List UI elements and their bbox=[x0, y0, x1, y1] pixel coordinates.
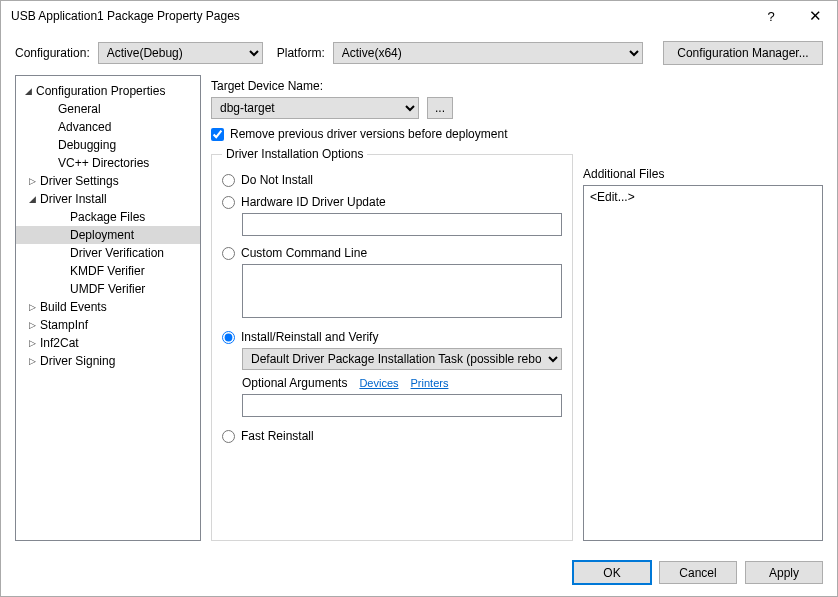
radio-cmdline-label: Custom Command Line bbox=[241, 246, 367, 260]
expander-icon[interactable]: ▷ bbox=[26, 176, 38, 186]
tree-item-label: UMDF Verifier bbox=[68, 282, 145, 296]
titlebar: USB Application1 Package Property Pages … bbox=[1, 1, 837, 31]
group-legend: Driver Installation Options bbox=[222, 147, 367, 161]
tree-root[interactable]: ◢ Configuration Properties bbox=[16, 82, 200, 100]
expander-icon[interactable]: ▷ bbox=[26, 338, 38, 348]
configuration-label: Configuration: bbox=[15, 46, 90, 60]
tree-item-label: Driver Verification bbox=[68, 246, 164, 260]
window-title: USB Application1 Package Property Pages bbox=[11, 9, 749, 23]
devices-link[interactable]: Devices bbox=[359, 377, 398, 389]
tree-item[interactable]: Advanced bbox=[16, 118, 200, 136]
main-panel: Target Device Name: dbg-target ... Remov… bbox=[211, 75, 823, 541]
tree-item[interactable]: ▷Build Events bbox=[16, 298, 200, 316]
tree-item-label: Deployment bbox=[68, 228, 134, 242]
tree-item-label: KMDF Verifier bbox=[68, 264, 145, 278]
expander-icon[interactable]: ▷ bbox=[26, 356, 38, 366]
target-device-label: Target Device Name: bbox=[211, 79, 573, 93]
tree-item-label: StampInf bbox=[38, 318, 88, 332]
optional-args-input[interactable] bbox=[242, 394, 562, 417]
expander-icon[interactable]: ▷ bbox=[26, 302, 38, 312]
tree-item[interactable]: ▷Inf2Cat bbox=[16, 334, 200, 352]
radio-do-not-install[interactable] bbox=[222, 174, 235, 187]
expander-icon[interactable]: ◢ bbox=[22, 86, 34, 96]
tree-item[interactable]: ◢Driver Install bbox=[16, 190, 200, 208]
additional-files-edit[interactable]: <Edit...> bbox=[590, 190, 635, 204]
tree-item[interactable]: General bbox=[16, 100, 200, 118]
dialog-footer: OK Cancel Apply bbox=[1, 551, 837, 596]
help-button[interactable]: ? bbox=[749, 1, 793, 31]
radio-fast-reinstall-label: Fast Reinstall bbox=[241, 429, 314, 443]
radio-cmdline[interactable] bbox=[222, 247, 235, 260]
nav-tree[interactable]: ◢ Configuration Properties GeneralAdvanc… bbox=[15, 75, 201, 541]
remove-previous-checkbox[interactable] bbox=[211, 128, 224, 141]
remove-previous-label: Remove previous driver versions before d… bbox=[230, 127, 507, 141]
additional-files-label: Additional Files bbox=[583, 167, 823, 181]
radio-fast-reinstall[interactable] bbox=[222, 430, 235, 443]
tree-item-label: Driver Settings bbox=[38, 174, 119, 188]
tree-item-label: Inf2Cat bbox=[38, 336, 79, 350]
tree-item[interactable]: ▷Driver Settings bbox=[16, 172, 200, 190]
property-pages-dialog: USB Application1 Package Property Pages … bbox=[0, 0, 838, 597]
tree-item[interactable]: ▷StampInf bbox=[16, 316, 200, 334]
tree-item[interactable]: Debugging bbox=[16, 136, 200, 154]
cmdline-input[interactable] bbox=[242, 264, 562, 318]
tree-item[interactable]: UMDF Verifier bbox=[16, 280, 200, 298]
close-button[interactable]: ✕ bbox=[793, 1, 837, 31]
expander-icon[interactable]: ◢ bbox=[26, 194, 38, 204]
config-row: Configuration: Active(Debug) Platform: A… bbox=[1, 31, 837, 75]
expander-icon[interactable]: ▷ bbox=[26, 320, 38, 330]
tree-item[interactable]: Driver Verification bbox=[16, 244, 200, 262]
platform-select[interactable]: Active(x64) bbox=[333, 42, 643, 64]
optional-args-label: Optional Arguments bbox=[242, 376, 347, 390]
tree-item[interactable]: Deployment bbox=[16, 226, 200, 244]
tree-item-label: Package Files bbox=[68, 210, 145, 224]
printers-link[interactable]: Printers bbox=[411, 377, 449, 389]
ok-button[interactable]: OK bbox=[573, 561, 651, 584]
browse-target-button[interactable]: ... bbox=[427, 97, 453, 119]
tree-item-label: VC++ Directories bbox=[56, 156, 149, 170]
tree-item-label: Debugging bbox=[56, 138, 116, 152]
tree-item[interactable]: KMDF Verifier bbox=[16, 262, 200, 280]
tree-item[interactable]: Package Files bbox=[16, 208, 200, 226]
radio-hwid[interactable] bbox=[222, 196, 235, 209]
radio-install-verify[interactable] bbox=[222, 331, 235, 344]
configuration-manager-button[interactable]: Configuration Manager... bbox=[663, 41, 823, 65]
radio-hwid-label: Hardware ID Driver Update bbox=[241, 195, 386, 209]
apply-button[interactable]: Apply bbox=[745, 561, 823, 584]
tree-item[interactable]: ▷Driver Signing bbox=[16, 352, 200, 370]
cancel-button[interactable]: Cancel bbox=[659, 561, 737, 584]
additional-files-box[interactable]: <Edit...> bbox=[583, 185, 823, 541]
tree-item-label: Driver Signing bbox=[38, 354, 115, 368]
radio-install-verify-label: Install/Reinstall and Verify bbox=[241, 330, 378, 344]
target-device-select[interactable]: dbg-target bbox=[211, 97, 419, 119]
driver-install-options-group: Driver Installation Options Do Not Insta… bbox=[211, 147, 573, 541]
tree-item[interactable]: VC++ Directories bbox=[16, 154, 200, 172]
configuration-select[interactable]: Active(Debug) bbox=[98, 42, 263, 64]
tree-item-label: Driver Install bbox=[38, 192, 107, 206]
tree-item-label: Advanced bbox=[56, 120, 111, 134]
install-task-select[interactable]: Default Driver Package Installation Task… bbox=[242, 348, 562, 370]
radio-do-not-install-label: Do Not Install bbox=[241, 173, 313, 187]
hwid-input[interactable] bbox=[242, 213, 562, 236]
tree-item-label: General bbox=[56, 102, 101, 116]
platform-label: Platform: bbox=[277, 46, 325, 60]
tree-item-label: Build Events bbox=[38, 300, 107, 314]
